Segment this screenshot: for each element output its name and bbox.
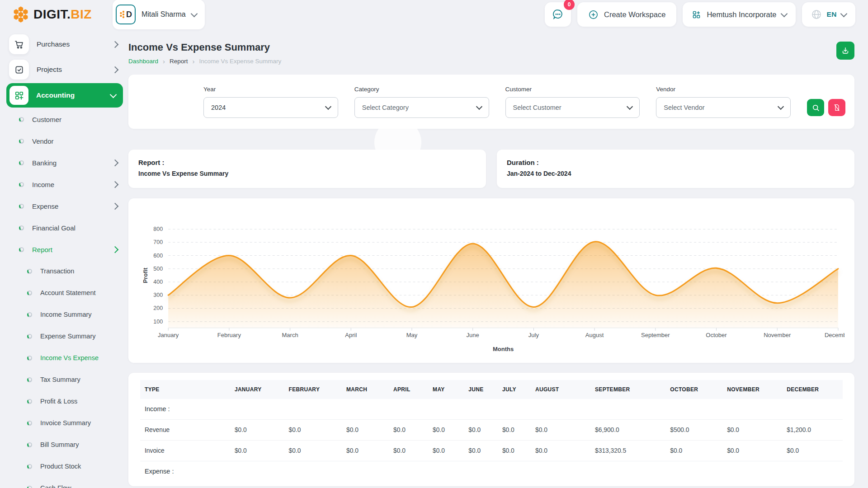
chat-button[interactable]: 0 (545, 2, 571, 27)
download-icon (841, 46, 850, 55)
x-axis-tick: November (764, 332, 791, 338)
sidebar-item-account-statement[interactable]: Account Statement (0, 282, 128, 304)
sidebar-item-banking[interactable]: Banking (0, 152, 128, 174)
bullet-icon (19, 160, 24, 165)
table-header-january: JANUARY (230, 380, 284, 399)
breadcrumb: Dashboard › Report › Income Vs Expense S… (128, 58, 281, 65)
sidebar-item-income[interactable]: Income (0, 174, 128, 195)
customer-select[interactable]: Select Customer (505, 97, 640, 118)
sidebar-item-bill-summary[interactable]: Bill Summary (0, 434, 128, 455)
vendor-value: Select Vendor (664, 104, 704, 111)
table-cell: $0.0 (722, 419, 782, 440)
bullet-icon (27, 269, 32, 274)
sidebar-item-purchases[interactable]: Purchases (0, 32, 128, 57)
table-cell: $6,900.0 (590, 419, 665, 440)
sidebar-item-projects[interactable]: Projects (0, 57, 128, 82)
sidebar-item-product-stock[interactable]: Product Stock (0, 455, 128, 477)
sidebar-item-accounting[interactable]: Accounting (6, 83, 123, 108)
y-axis-label: Profit (142, 267, 149, 283)
breadcrumb-dashboard[interactable]: Dashboard (128, 58, 158, 65)
bullet-icon (27, 356, 32, 361)
create-workspace-button[interactable]: Create Workspace (577, 2, 676, 27)
language-selector[interactable]: EN (802, 2, 855, 27)
table-section-label: Income : (140, 399, 843, 420)
chevron-right-icon (112, 202, 119, 210)
summary-table-card: TYPEJANUARYFEBRUARYMARCHAPRILMAYJUNEJULY… (128, 373, 854, 486)
sidebar-item-profit-loss[interactable]: Profit & Loss (0, 390, 128, 412)
sidebar-item-label: Vendor (32, 137, 54, 145)
customer-filter: Customer Select Customer (505, 86, 640, 118)
table-cell: $0.0 (230, 440, 284, 461)
chart-area-fill (168, 242, 838, 328)
search-button[interactable] (807, 99, 824, 116)
chevron-down-icon (627, 103, 633, 109)
sidebar-item-expense-summary[interactable]: Expense Summary (0, 325, 128, 347)
sidebar-item-label: Projects (37, 66, 62, 74)
x-axis-tick: August (585, 332, 604, 338)
duration-card-label: Duration : (507, 159, 844, 166)
x-axis-tick: April (345, 332, 357, 338)
category-filter: Category Select Category (354, 86, 489, 118)
sidebar-item-invoice-summary[interactable]: Invoice Summary (0, 412, 128, 434)
vendor-select[interactable]: Select Vendor (656, 97, 791, 118)
sidebar-item-cash-flow[interactable]: Cash Flow (0, 477, 128, 488)
report-card: Report : Income Vs Expense Summary (128, 150, 486, 188)
download-button[interactable] (836, 42, 854, 60)
sidebar-item-report[interactable]: Report (0, 239, 128, 260)
company-selector[interactable]: Hemtush Incorporate (683, 2, 796, 27)
bullet-icon (27, 377, 32, 382)
table-cell: $0.0 (722, 440, 782, 461)
chevron-down-icon (778, 103, 784, 109)
x-axis-tick: September (641, 332, 670, 338)
header-actions: 0 Create Workspace Hemtush Incorporate E… (545, 2, 855, 27)
bullet-icon (19, 204, 24, 209)
bullet-icon (27, 291, 32, 296)
chart-card: 800700600500400300200100ProfitJanuaryFeb… (128, 198, 854, 363)
y-axis-tick: 100 (153, 319, 163, 325)
summary-row: Report : Income Vs Expense Summary Durat… (128, 150, 854, 188)
sidebar-item-tax-summary[interactable]: Tax Summary (0, 369, 128, 390)
sidebar-item-transaction[interactable]: Transaction (0, 260, 128, 282)
table-header-september: SEPTEMBER (590, 380, 665, 399)
sidebar: PurchasesProjectsAccountingCustomerVendo… (0, 29, 128, 488)
table-cell: $0.0 (531, 419, 590, 440)
sidebar-item-expense[interactable]: Expense (0, 195, 128, 217)
x-axis-tick: March (282, 332, 298, 338)
report-card-value: Income Vs Expense Summary (138, 170, 476, 177)
income-vs-expense-chart: 800700600500400300200100ProfitJanuaryFeb… (138, 201, 844, 361)
table-cell: $313,320.5 (590, 440, 665, 461)
x-axis-tick: October (706, 332, 727, 338)
sidebar-item-vendor[interactable]: Vendor (0, 130, 128, 152)
income-expense-table: TYPEJANUARYFEBRUARYMARCHAPRILMAYJUNEJULY… (140, 380, 843, 482)
table-header-june: JUNE (464, 380, 498, 399)
y-axis-tick: 700 (153, 239, 163, 245)
cart-icon (9, 34, 29, 54)
sidebar-item-customer[interactable]: Customer (0, 108, 128, 130)
brand-logo: DIGIT.BIZ (12, 5, 92, 23)
customer-value: Select Customer (513, 104, 561, 111)
sidebar-item-label: Expense Summary (40, 333, 96, 340)
reset-filter-button[interactable] (828, 99, 845, 116)
sidebar-item-label: Expense (32, 202, 58, 210)
chevron-down-icon (840, 10, 848, 17)
chevron-down-icon (781, 10, 788, 17)
sidebar-item-financial-goal[interactable]: Financial Goal (0, 217, 128, 239)
year-select[interactable]: 2024 (203, 97, 338, 118)
table-row-type: Invoice (140, 440, 230, 461)
table-cell: $0.0 (428, 419, 464, 440)
page-head: Income Vs Expense Summary Dashboard › Re… (128, 42, 854, 65)
sidebar-item-income-summary[interactable]: Income Summary (0, 304, 128, 325)
workspace-user-selector[interactable]: D Mitali Sharma (113, 0, 205, 29)
category-select[interactable]: Select Category (354, 97, 489, 118)
table-header-july: JULY (498, 380, 531, 399)
sidebar-item-income-vs-expense[interactable]: Income Vs Expense (0, 347, 128, 369)
brand-name: DIGIT.BIZ (33, 7, 92, 22)
clipboard-check-icon (9, 60, 29, 80)
bullet-icon (27, 399, 32, 404)
table-header-march: MARCH (342, 380, 389, 399)
breadcrumb-report[interactable]: Report (170, 58, 188, 65)
y-axis-tick: 800 (153, 226, 163, 232)
create-workspace-label: Create Workspace (604, 10, 665, 19)
bullet-icon (19, 225, 24, 230)
y-axis-tick: 300 (153, 292, 163, 298)
